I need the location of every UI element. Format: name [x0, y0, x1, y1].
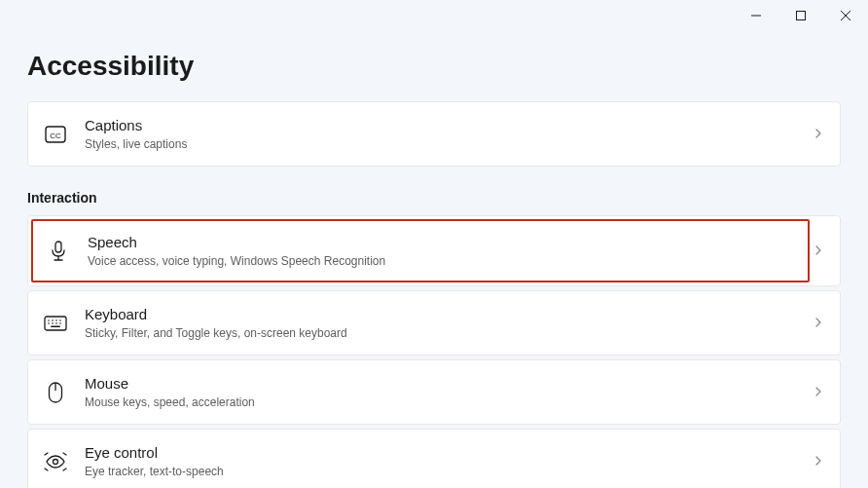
settings-item-keyboard[interactable]: Keyboard Sticky, Filter, and Toggle keys… [27, 290, 841, 356]
settings-item-speech[interactable]: Speech Voice access, voice typing, Windo… [27, 215, 841, 286]
card-title: Mouse [85, 374, 813, 394]
svg-point-13 [59, 319, 61, 321]
window-controls [734, 0, 868, 31]
keyboard-icon [44, 312, 67, 335]
section-header-interaction: Interaction [27, 190, 841, 206]
card-text: Captions Styles, live captions [85, 116, 813, 152]
card-title: Keyboard [85, 305, 813, 324]
chevron-right-icon [813, 315, 824, 332]
card-desc: Voice access, voice typing, Windows Spee… [88, 253, 794, 269]
highlight-box: Speech Voice access, voice typing, Windo… [31, 219, 810, 282]
card-desc: Sticky, Filter, and Toggle keys, on-scre… [85, 325, 813, 341]
card-desc: Styles, live captions [85, 136, 813, 152]
close-button[interactable] [823, 0, 868, 31]
microphone-icon [47, 240, 70, 263]
close-icon [841, 11, 850, 20]
card-text: Eye control Eye tracker, text-to-speech [85, 443, 813, 479]
mouse-icon [44, 381, 67, 404]
svg-rect-1 [797, 12, 806, 20]
card-desc: Eye tracker, text-to-speech [85, 464, 813, 479]
svg-point-16 [55, 322, 57, 324]
svg-rect-6 [55, 242, 61, 252]
card-title: Captions [85, 116, 813, 135]
svg-rect-18 [51, 325, 60, 327]
card-title: Speech [88, 233, 794, 252]
eye-icon [44, 450, 67, 473]
maximize-button[interactable] [778, 0, 823, 31]
chevron-right-icon [813, 453, 824, 470]
svg-point-12 [55, 319, 57, 321]
svg-point-15 [52, 322, 54, 324]
svg-point-14 [48, 322, 50, 324]
chevron-right-icon [813, 126, 824, 143]
settings-item-mouse[interactable]: Mouse Mouse keys, speed, acceleration [27, 359, 841, 425]
svg-text:CC: CC [50, 131, 61, 139]
card-title: Eye control [85, 443, 813, 463]
card-text: Speech Voice access, voice typing, Windo… [88, 233, 794, 269]
card-desc: Mouse keys, speed, acceleration [85, 394, 813, 410]
settings-item-captions[interactable]: CC Captions Styles, live captions [27, 101, 841, 167]
content-area: Accessibility CC Captions Styles, live c… [0, 51, 868, 488]
maximize-icon [796, 11, 806, 20]
captions-icon: CC [44, 123, 67, 146]
svg-point-10 [48, 319, 50, 321]
svg-point-21 [54, 459, 58, 464]
svg-point-11 [52, 319, 54, 321]
card-text: Keyboard Sticky, Filter, and Toggle keys… [85, 305, 813, 341]
chevron-right-icon [813, 243, 840, 260]
settings-item-eyecontrol[interactable]: Eye control Eye tracker, text-to-speech [27, 429, 841, 488]
minimize-button[interactable] [734, 0, 778, 31]
minimize-icon [751, 11, 761, 20]
card-text: Mouse Mouse keys, speed, acceleration [85, 374, 813, 410]
chevron-right-icon [813, 384, 824, 401]
page-title: Accessibility [27, 51, 841, 82]
svg-point-17 [59, 322, 61, 324]
